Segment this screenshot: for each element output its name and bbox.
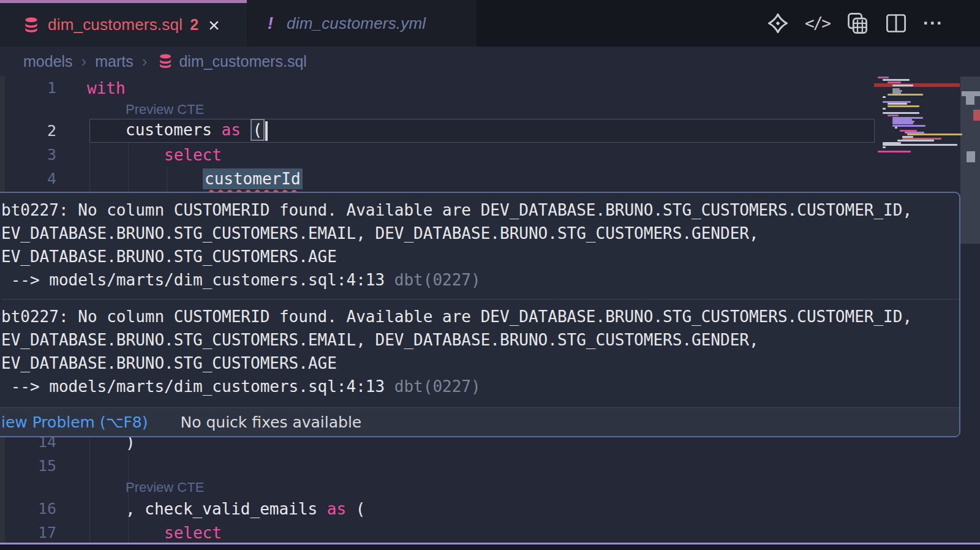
editor-actions: </> ··· <box>767 0 943 47</box>
text-cursor <box>265 121 268 141</box>
code-text: select <box>87 524 222 542</box>
chevron-right-icon: › <box>142 52 148 71</box>
problem-location-link[interactable]: --> models/marts/dim_customers.sql:4:13 <box>1 377 385 396</box>
code-token: select <box>164 146 222 164</box>
code-lens-row: Preview CTE <box>0 478 980 497</box>
problem-message-block: bt0227: No column CUSTOMERID found. Avai… <box>1 299 959 405</box>
vscode-window: dim_customers.sql 2 × ! dim_customers.ym… <box>0 0 980 550</box>
problem-message-line: EV_DATABASE.BRUNO.STG_CUSTOMERS.AGE <box>1 352 959 375</box>
breadcrumb-file[interactable]: dim_customers.sql <box>179 53 306 70</box>
preview-cte-link[interactable]: Preview CTE <box>126 480 204 495</box>
breadcrumb-marts[interactable]: marts <box>95 53 134 70</box>
code-token <box>241 121 251 139</box>
code-line-16[interactable]: 16, check_valid_emails as ( <box>0 497 980 521</box>
problem-message-line: EV_DATABASE.BRUNO.STG_CUSTOMERS.EMAIL, D… <box>1 328 959 352</box>
line-number: 1 <box>0 79 56 97</box>
code-line-17[interactable]: 17select <box>0 521 980 544</box>
warning-icon: ! <box>268 14 273 33</box>
tab-dim-customers-sql[interactable]: dim_customers.sql 2 × <box>0 0 247 47</box>
code-token: ( <box>346 500 365 518</box>
problem-location-link[interactable]: --> models/marts/dim_customers.sql:4:13 <box>1 271 385 289</box>
problem-message-line: bt0227: No column CUSTOMERID found. Avai… <box>1 305 959 328</box>
tab-problem-count: 2 <box>190 16 198 34</box>
code-line-2[interactable]: 2customers as ( <box>0 119 980 143</box>
compile-code-icon[interactable]: </> <box>805 11 830 36</box>
code-lens-row: Preview CTE <box>0 100 980 119</box>
preview-cte-link[interactable]: Preview CTE <box>126 102 204 118</box>
problem-location-line: --> models/marts/dim_customers.sql:4:13 … <box>1 268 959 292</box>
dbt-icon[interactable] <box>767 11 789 36</box>
code-editor[interactable]: 1withPreview CTE2customers as (3select4c… <box>0 76 980 550</box>
problem-source: dbt(0227) <box>385 377 481 396</box>
code-lines-bottom: 14)15Preview CTE16, check_valid_emails a… <box>0 430 980 544</box>
problem-source: dbt(0227) <box>385 271 481 289</box>
breadcrumb: models › marts › dim_customers.sql <box>0 47 980 76</box>
view-problem-link[interactable]: iew Problem (⌥F8) <box>1 413 148 431</box>
problem-message-line: bt0227: No column CUSTOMERID found. Avai… <box>1 198 959 222</box>
code-text: , check_valid_emails as ( <box>87 500 365 518</box>
code-line-15[interactable]: 15 <box>0 454 980 478</box>
code-token: ( <box>251 119 265 141</box>
tab-dim-customers-yml[interactable]: ! dim_customers.yml <box>247 0 477 47</box>
split-editor-icon[interactable] <box>885 11 907 36</box>
database-file-icon <box>158 53 173 69</box>
problem-message-line: EV_DATABASE.BRUNO.STG_CUSTOMERS.EMAIL, D… <box>1 222 959 245</box>
code-lines-top: 1withPreview CTE2customers as (3select4c… <box>0 76 980 190</box>
editor-tab-bar: dim_customers.sql 2 × ! dim_customers.ym… <box>0 0 980 47</box>
line-number: 17 <box>0 524 56 541</box>
code-line-3[interactable]: 3select <box>0 143 980 167</box>
line-number: 2 <box>0 122 56 140</box>
line-number: 15 <box>0 457 56 475</box>
code-token: select <box>164 524 222 542</box>
breadcrumb-models[interactable]: models <box>23 53 73 70</box>
line-number: 3 <box>0 146 56 164</box>
no-quick-fixes-label: No quick fixes available <box>180 413 361 431</box>
tab-title: dim_customers.yml <box>287 14 426 33</box>
line-number: 16 <box>0 500 56 518</box>
code-text: customerId <box>87 170 303 188</box>
problem-message-block: bt0227: No column CUSTOMERID found. Avai… <box>1 193 959 299</box>
problem-location-line: --> models/marts/dim_customers.sql:4:13 … <box>1 375 959 398</box>
problem-hover-popup: bt0227: No column CUSTOMERID found. Avai… <box>0 192 960 437</box>
code-token: customerId <box>203 168 303 189</box>
popup-status-bar: iew Problem (⌥F8) No quick fixes availab… <box>0 407 959 436</box>
problem-messages: bt0227: No column CUSTOMERID found. Avai… <box>0 193 959 405</box>
code-text: select <box>87 146 222 164</box>
code-token: with <box>87 79 126 97</box>
more-actions-icon[interactable]: ··· <box>923 11 943 36</box>
preview-results-icon[interactable] <box>846 11 869 36</box>
chevron-right-icon: › <box>81 52 87 71</box>
code-line-1[interactable]: 1with <box>0 76 980 100</box>
close-tab-button[interactable]: × <box>208 15 220 35</box>
code-text: with <box>87 79 126 97</box>
database-file-icon <box>23 17 39 34</box>
problem-message-line: EV_DATABASE.BRUNO.STG_CUSTOMERS.AGE <box>1 245 959 268</box>
code-text: customers as ( <box>87 121 268 141</box>
window-bottom-edge <box>0 544 980 550</box>
code-line-4[interactable]: 4customerId <box>0 167 980 190</box>
tab-title: dim_customers.sql <box>48 15 183 34</box>
line-number: 4 <box>0 170 56 187</box>
code-token: , check_valid_emails <box>126 500 327 518</box>
code-token: customers <box>126 121 222 139</box>
code-token: as <box>222 121 241 139</box>
code-token: as <box>327 500 346 518</box>
